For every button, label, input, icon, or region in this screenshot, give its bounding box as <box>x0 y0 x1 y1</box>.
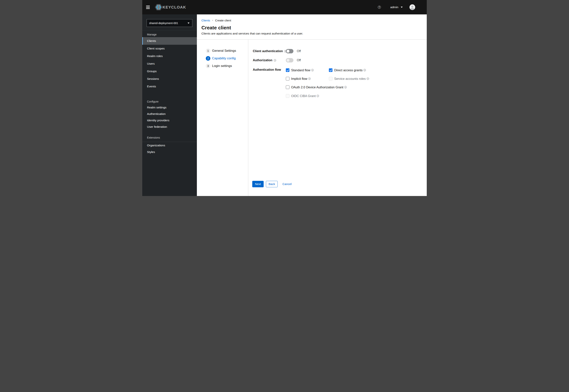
step-label: Capability config <box>212 56 236 60</box>
sidebar-item-label: Client scopes <box>147 47 165 50</box>
back-button[interactable]: Back <box>266 181 278 187</box>
checkbox-label: Standard flow <box>291 69 310 72</box>
page-description: Clients are applications and services th… <box>201 31 422 35</box>
sidebar-item-client-scopes[interactable]: Client scopes <box>142 45 197 52</box>
sidebar-item-user-federation[interactable]: User federation <box>142 124 197 130</box>
sidebar-item-realm-roles[interactable]: Realm roles <box>142 52 197 60</box>
client-authentication-label: Client authentication <box>253 49 283 53</box>
question-circle-icon[interactable] <box>311 69 314 71</box>
sidebar-item-realm-settings[interactable]: Realm settings <box>142 104 197 111</box>
checkbox-disabled-icon <box>329 77 332 81</box>
client-authentication-label-group: Client authentication <box>253 49 286 53</box>
wizard-footer: Next Back Cancel <box>252 181 292 187</box>
sidebar-item-label: Events <box>147 85 156 88</box>
question-circle-icon[interactable] <box>308 78 311 80</box>
sidebar-item-label: Clients <box>147 39 156 43</box>
create-client-wizard: 1 General Settings 2 Capability config 3… <box>197 40 427 196</box>
nav-group-title-extensions: Extensions <box>142 130 197 140</box>
authorization-label: Authorization <box>253 58 272 62</box>
checkbox-checked-icon <box>329 69 332 72</box>
authentication-flow-label-group: Authentication flow <box>253 68 281 71</box>
wizard-steps-nav: 1 General Settings 2 Capability config 3… <box>197 40 248 196</box>
checkbox-unchecked-icon <box>286 77 289 81</box>
next-button[interactable]: Next <box>252 181 264 187</box>
checkbox-disabled-icon <box>286 94 289 98</box>
sidebar-item-label: Sessions <box>147 77 159 81</box>
checkbox-oauth-device-authorization-grant[interactable]: OAuth 2.0 Device Authorization Grant <box>286 85 347 89</box>
sidebar-item-label: Users <box>147 62 155 65</box>
masthead: KEYCLOAK admin <box>142 0 427 14</box>
breadcrumb-link-clients[interactable]: Clients <box>201 19 210 22</box>
step-label: General Settings <box>212 49 236 53</box>
checkbox-implicit-flow[interactable]: Implicit flow <box>286 77 311 81</box>
checkbox-direct-access-grants[interactable]: Direct access grants <box>329 69 366 72</box>
client-authentication-toggle[interactable] <box>286 49 293 54</box>
checkbox-label: OIDC CIBA Grant <box>291 94 316 98</box>
sidebar-item-events[interactable]: Events <box>142 83 197 90</box>
checkbox-oidc-ciba-grant: OIDC CIBA Grant <box>286 94 319 98</box>
sidebar-item-label: Realm roles <box>147 54 163 58</box>
caret-down-icon <box>188 23 189 24</box>
breadcrumb-current: Create client <box>215 19 231 22</box>
help-icon[interactable] <box>378 6 381 9</box>
question-circle-icon[interactable] <box>367 78 369 80</box>
main-content: Clients › Create client Create client Cl… <box>197 14 427 196</box>
sidebar-item-label: Identity providers <box>147 119 169 122</box>
step-number-badge: 3 <box>206 64 210 68</box>
page-header: Clients › Create client Create client Cl… <box>197 14 427 40</box>
realm-name: shared-deployment-001 <box>149 22 188 25</box>
realm-selector[interactable]: shared-deployment-001 <box>147 19 192 27</box>
checkbox-unchecked-icon <box>286 85 289 89</box>
angle-right-icon: › <box>212 19 213 22</box>
checkbox-label: Service accounts roles <box>334 77 366 81</box>
page-title: Create client <box>201 25 422 31</box>
checkbox-label: Direct access grants <box>334 69 362 72</box>
nav-toggle-menu-icon[interactable] <box>146 6 150 9</box>
sidebar-item-label: User federation <box>147 125 167 128</box>
question-circle-icon[interactable] <box>363 69 366 71</box>
avatar[interactable] <box>410 4 415 10</box>
sidebar: shared-deployment-001 Manage Clients Cli… <box>142 14 197 196</box>
question-circle-icon[interactable] <box>344 86 347 88</box>
sidebar-item-styles[interactable]: Styles <box>142 149 197 155</box>
brand-text: KEYCLOAK <box>163 5 186 10</box>
realm-selector-block: shared-deployment-001 <box>142 14 197 31</box>
checkbox-standard-flow[interactable]: Standard flow <box>286 69 314 72</box>
wizard-step-login-settings[interactable]: 3 Login settings <box>197 62 248 70</box>
keycloak-logo-icon <box>155 4 162 11</box>
sidebar-item-organizations[interactable]: Organizations <box>142 142 197 149</box>
sidebar-item-label: Organizations <box>147 144 165 147</box>
sidebar-item-clients[interactable]: Clients <box>142 37 197 45</box>
question-circle-icon[interactable] <box>274 59 276 62</box>
authorization-toggle <box>286 58 293 63</box>
sidebar-item-identity-providers[interactable]: Identity providers <box>142 117 197 124</box>
capability-config-form: Client authentication Off Authorization … <box>248 40 427 196</box>
step-number-badge: 1 <box>206 49 210 53</box>
checkbox-label: Implicit flow <box>291 77 307 81</box>
sidebar-item-label: Groups <box>147 70 157 73</box>
sidebar-item-users[interactable]: Users <box>142 60 197 68</box>
wizard-step-general-settings[interactable]: 1 General Settings <box>197 47 248 55</box>
sidebar-item-sessions[interactable]: Sessions <box>142 75 197 83</box>
keycloak-admin-console: KEYCLOAK admin shared-deployment-001 Man… <box>142 0 427 196</box>
authentication-flow-label: Authentication flow <box>253 68 281 71</box>
nav-group-title-configure: Configure <box>142 90 197 104</box>
nav-group-title-manage: Manage <box>142 31 197 37</box>
authorization-value: Off <box>297 58 301 62</box>
sidebar-nav: Manage Clients Client scopes Realm roles… <box>142 31 197 155</box>
wizard-step-capability-config[interactable]: 2 Capability config <box>197 55 248 62</box>
sidebar-item-authentication[interactable]: Authentication <box>142 111 197 117</box>
checkbox-checked-icon <box>286 69 289 72</box>
sidebar-item-groups[interactable]: Groups <box>142 68 197 75</box>
cancel-button[interactable]: Cancel <box>283 181 292 187</box>
client-authentication-value: Off <box>297 49 301 53</box>
question-circle-icon[interactable] <box>316 95 319 97</box>
sidebar-item-label: Authentication <box>147 112 166 116</box>
user-menu[interactable]: admin <box>390 5 403 9</box>
caret-down-icon <box>401 7 403 8</box>
checkbox-service-accounts-roles: Service accounts roles <box>329 77 369 81</box>
keycloak-logo[interactable]: KEYCLOAK <box>155 4 186 11</box>
breadcrumb: Clients › Create client <box>201 19 422 22</box>
user-menu-label: admin <box>390 5 398 9</box>
sidebar-item-label: Styles <box>147 150 155 154</box>
